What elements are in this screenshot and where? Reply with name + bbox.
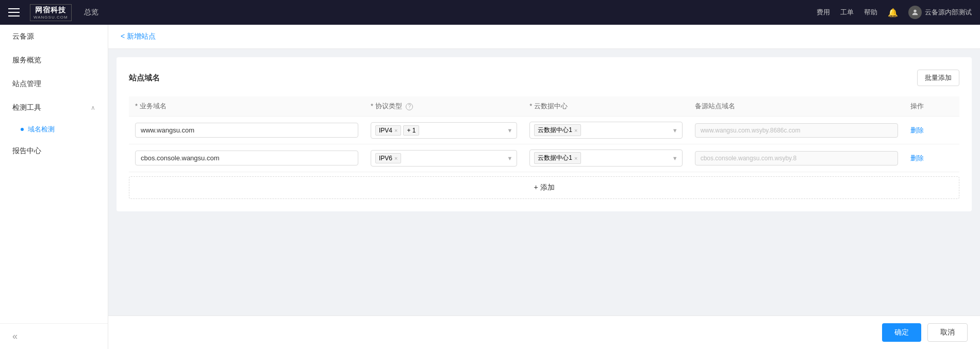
protocol-tag-plus1: + 1 — [403, 125, 419, 136]
logo-sub: WANGSU.COM — [34, 15, 68, 20]
table-header-row: * 业务域名 * 协议类型 ? * 云数据中心 备源站点域名 — [129, 96, 959, 117]
remove-ipv6-icon[interactable]: × — [394, 155, 397, 161]
main-layout: 云备源 服务概览 站点管理 检测工具 ∧ 域名检测 报告中心 « < 新增站点 — [0, 25, 980, 349]
username-label: 云备源内部测试 — [925, 8, 972, 17]
backup-domain-input-1 — [695, 123, 899, 138]
col-cloud-dc: * 云数据中心 — [523, 96, 688, 117]
business-domain-cell-2 — [129, 144, 364, 172]
card-header: 站点域名 批量添加 — [129, 70, 959, 86]
action-cell-1: 删除 — [904, 117, 959, 144]
breadcrumb-back[interactable]: < 新增站点 — [121, 32, 156, 41]
remove-cloud-dc-1-icon[interactable]: × — [574, 127, 577, 134]
sidebar-sub-item-domain-detection[interactable]: 域名检测 — [0, 120, 108, 139]
breadcrumb-bar: < 新增站点 — [108, 25, 980, 49]
business-domain-cell-1 — [129, 117, 364, 144]
batch-add-button[interactable]: 批量添加 — [917, 70, 959, 86]
content-body: 站点域名 批量添加 * 业务域名 * 协议类型 ? — [108, 49, 980, 315]
domain-table: * 业务域名 * 协议类型 ? * 云数据中心 备源站点域名 — [129, 96, 959, 172]
business-domain-input-2[interactable] — [135, 151, 358, 165]
bell-icon[interactable]: 🔔 — [888, 8, 898, 18]
top-nav: 网宿科技 WANGSU.COM 总览 费用 工单 帮助 🔔 云备源内部测试 — [0, 0, 980, 25]
action-cell-2: 删除 — [904, 144, 959, 172]
chevron-up-icon: ∧ — [91, 104, 95, 111]
cloud-dc-cell-2: 云数据中心1 × ▼ — [523, 144, 688, 172]
remove-cloud-dc-2-icon[interactable]: × — [574, 155, 577, 161]
col-action: 操作 — [904, 96, 959, 117]
avatar — [908, 6, 922, 19]
col-backup-domain: 备源站点域名 — [689, 96, 905, 117]
nav-work-order[interactable]: 工单 — [840, 8, 854, 17]
business-domain-input-1[interactable] — [135, 123, 358, 138]
table-row: IPV6 × ▼ — [129, 144, 959, 172]
add-row-button[interactable]: + 添加 — [129, 176, 959, 199]
cloud-dc-select-2[interactable]: 云数据中心1 × ▼ — [529, 149, 682, 167]
cloud-dc-select-1[interactable]: 云数据中心1 × ▼ — [529, 122, 682, 139]
nav-user[interactable]: 云备源内部测试 — [908, 6, 972, 19]
cloud-dc-cell-1: 云数据中心1 × ▼ — [523, 117, 688, 144]
nav-fee[interactable]: 费用 — [817, 8, 830, 17]
footer-bar: 确定 取消 — [108, 315, 980, 349]
protocol-dropdown-2-icon: ▼ — [507, 155, 512, 161]
cloud-dc-dropdown-icon: ▼ — [672, 127, 678, 134]
delete-row-1-button[interactable]: 删除 — [910, 126, 924, 134]
nav-help[interactable]: 帮助 — [864, 8, 877, 17]
backup-domain-cell-2 — [689, 144, 905, 172]
sidebar-item-service-overview[interactable]: 服务概览 — [0, 48, 108, 72]
content-area: < 新增站点 站点域名 批量添加 * 业务域名 * 协 — [108, 25, 980, 349]
card-title: 站点域名 — [129, 73, 160, 83]
col-business-domain: * 业务域名 — [129, 96, 364, 117]
sidebar-item-cloud-backup[interactable]: 云备源 — [0, 25, 108, 48]
col-protocol-type: * 协议类型 ? — [364, 96, 523, 117]
confirm-button[interactable]: 确定 — [882, 323, 921, 342]
active-dot — [21, 128, 24, 131]
svg-point-0 — [913, 10, 916, 12]
cloud-dc-tag-1: 云数据中心1 × — [534, 124, 581, 136]
protocol-dropdown-icon: ▼ — [507, 127, 512, 134]
protocol-select-2[interactable]: IPV6 × ▼ — [371, 150, 517, 167]
hamburger-menu[interactable] — [8, 5, 24, 20]
backup-domain-input-2 — [695, 151, 899, 165]
domain-card: 站点域名 批量添加 * 业务域名 * 协议类型 ? — [117, 57, 972, 211]
delete-row-2-button[interactable]: 删除 — [910, 154, 924, 162]
sidebar: 云备源 服务概览 站点管理 检测工具 ∧ 域名检测 报告中心 « — [0, 25, 108, 349]
logo: 网宿科技 WANGSU.COM — [30, 4, 72, 21]
cloud-dc-tag-2: 云数据中心1 × — [534, 152, 581, 164]
protocol-select-1[interactable]: IPV4 × + 1 ▼ — [371, 122, 517, 139]
protocol-cell-2: IPV6 × ▼ — [364, 144, 523, 172]
logo-text: 网宿科技 — [35, 6, 66, 15]
cancel-button[interactable]: 取消 — [927, 323, 968, 342]
protocol-help-icon[interactable]: ? — [406, 103, 413, 110]
sidebar-item-report-center[interactable]: 报告中心 — [0, 139, 108, 163]
backup-domain-cell-1 — [689, 117, 905, 144]
protocol-tag-ipv4: IPV4 × — [375, 125, 401, 136]
nav-right: 费用 工单 帮助 🔔 云备源内部测试 — [817, 6, 972, 19]
protocol-tag-ipv6: IPV6 × — [375, 153, 401, 163]
remove-ipv4-icon[interactable]: × — [394, 127, 397, 134]
table-row: IPV4 × + 1 ▼ — [129, 117, 959, 144]
sidebar-item-site-management[interactable]: 站点管理 — [0, 72, 108, 96]
protocol-cell-1: IPV4 × + 1 ▼ — [364, 117, 523, 144]
cloud-dc-dropdown-2-icon: ▼ — [672, 155, 678, 161]
sidebar-item-detection-tools[interactable]: 检测工具 ∧ — [0, 96, 108, 120]
sidebar-collapse-button[interactable]: « — [0, 323, 108, 349]
nav-title: 总览 — [84, 8, 98, 17]
